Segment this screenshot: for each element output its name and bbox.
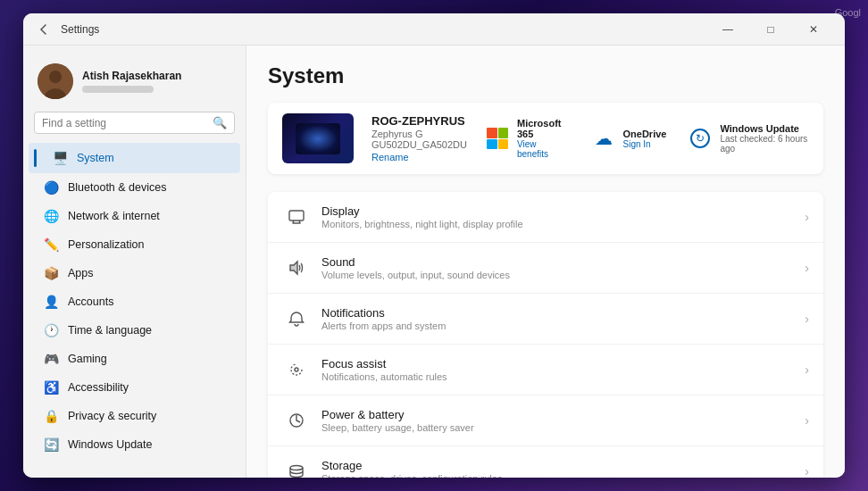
display-icon bbox=[282, 203, 311, 231]
sound-text: Sound Volume levels, output, input, soun… bbox=[321, 255, 805, 280]
titlebar: Settings — □ ✕ bbox=[23, 13, 845, 46]
personalization-label: Personalization bbox=[68, 238, 144, 251]
content-area: Atish Rajasekharan 🔍 🖥️ System🔵 Bluetoot… bbox=[23, 46, 845, 478]
winupdate-subtitle: Last checked: 6 hours ago bbox=[720, 134, 809, 154]
sidebar-item-accessibility[interactable]: ♿ Accessibility bbox=[29, 373, 240, 402]
settings-item-notifications[interactable]: Notifications Alerts from apps and syste… bbox=[268, 294, 823, 345]
apps-label: Apps bbox=[68, 267, 94, 279]
device-info: ROG-ZEPHYRUS Zephyrus G GU502DU_GA502DU … bbox=[371, 114, 467, 162]
bluetooth-label: Bluetooth & devices bbox=[68, 181, 167, 194]
power-battery-text: Power & battery Sleep, battery usage, ba… bbox=[321, 408, 805, 433]
privacy-label: Privacy & security bbox=[68, 410, 156, 422]
storage-title: Storage bbox=[321, 459, 805, 472]
sound-chevron: › bbox=[805, 261, 809, 275]
search-input[interactable] bbox=[42, 117, 207, 129]
sidebar-item-bluetooth[interactable]: 🔵 Bluetooth & devices bbox=[29, 173, 240, 202]
settings-item-storage[interactable]: Storage Storage space, drives, configura… bbox=[268, 446, 823, 478]
settings-item-focus-assist[interactable]: Focus assist Notifications, automatic ru… bbox=[268, 345, 823, 395]
settings-item-sound[interactable]: Sound Volume levels, output, input, soun… bbox=[268, 243, 823, 294]
sidebar-item-time[interactable]: 🕐 Time & language bbox=[29, 316, 240, 345]
accessibility-label: Accessibility bbox=[68, 381, 129, 394]
sidebar-item-apps[interactable]: 📦 Apps bbox=[29, 259, 240, 287]
bluetooth-icon: 🔵 bbox=[43, 179, 59, 196]
maximize-button[interactable]: □ bbox=[750, 15, 791, 44]
svg-point-1 bbox=[49, 71, 62, 83]
time-label: Time & language bbox=[68, 324, 152, 337]
user-subtitle bbox=[82, 86, 154, 93]
notifications-text: Notifications Alerts from apps and syste… bbox=[321, 306, 805, 331]
system-icon: 🖥️ bbox=[52, 150, 68, 166]
window-title: Settings bbox=[61, 23, 707, 36]
sidebar-item-system[interactable]: 🖥️ System bbox=[29, 143, 240, 173]
sound-description: Volume levels, output, input, sound devi… bbox=[321, 270, 805, 280]
page-title: System bbox=[268, 63, 823, 88]
windows-update-icon: ↻ bbox=[688, 126, 713, 151]
ms365-text: Microsoft 365 View benefits bbox=[517, 118, 570, 159]
settings-item-display[interactable]: Display Monitors, brightness, night ligh… bbox=[268, 192, 823, 243]
minimize-button[interactable]: — bbox=[707, 15, 748, 44]
settings-window: Settings — □ ✕ bbox=[23, 13, 845, 478]
accessibility-icon: ♿ bbox=[43, 379, 59, 395]
sound-icon bbox=[282, 254, 311, 282]
ms365-title: Microsoft 365 bbox=[517, 118, 570, 139]
apps-icon: 📦 bbox=[43, 265, 59, 281]
system-label: System bbox=[77, 152, 114, 164]
sidebar-item-network[interactable]: 🌐 Network & internet bbox=[29, 202, 240, 230]
accounts-icon: 👤 bbox=[43, 294, 59, 310]
power-battery-icon bbox=[282, 406, 311, 435]
onedrive-subtitle[interactable]: Sign In bbox=[623, 139, 667, 149]
accounts-label: Accounts bbox=[68, 295, 113, 308]
nav-menu: 🖥️ System🔵 Bluetooth & devices🌐 Network … bbox=[23, 143, 246, 459]
focus-assist-icon bbox=[282, 355, 311, 384]
storage-chevron: › bbox=[805, 464, 809, 478]
personalization-icon: ✏️ bbox=[43, 237, 59, 253]
device-image bbox=[282, 113, 354, 163]
sound-title: Sound bbox=[321, 255, 805, 269]
network-label: Network & internet bbox=[68, 210, 160, 222]
user-section: Atish Rajasekharan bbox=[23, 56, 246, 112]
sidebar-item-accounts[interactable]: 👤 Accounts bbox=[29, 287, 240, 316]
focus-assist-description: Notifications, automatic rules bbox=[321, 371, 805, 382]
winupdate-title: Windows Update bbox=[720, 123, 809, 134]
svg-point-8 bbox=[295, 368, 298, 371]
sidebar-item-personalization[interactable]: ✏️ Personalization bbox=[29, 230, 240, 259]
storage-icon bbox=[282, 457, 311, 478]
ms365-icon bbox=[485, 126, 510, 151]
rename-link[interactable]: Rename bbox=[371, 152, 467, 162]
sidebar-item-privacy[interactable]: 🔒 Privacy & security bbox=[29, 402, 240, 430]
device-thumbnail bbox=[296, 123, 340, 154]
storage-text: Storage Storage space, drives, configura… bbox=[321, 459, 805, 478]
sidebar-item-windows-update[interactable]: 🔄 Windows Update bbox=[29, 430, 240, 459]
main-content: System ROG-ZEPHYRUS Zephyrus G GU502DU_G… bbox=[246, 46, 845, 478]
back-button[interactable] bbox=[34, 20, 54, 39]
svg-marker-7 bbox=[290, 262, 297, 274]
privacy-icon: 🔒 bbox=[43, 408, 59, 424]
onedrive-icon: ☁ bbox=[591, 126, 616, 151]
time-icon: 🕐 bbox=[43, 322, 59, 338]
onedrive-service: ☁ OneDrive Sign In bbox=[591, 126, 667, 151]
avatar bbox=[38, 63, 73, 99]
storage-description: Storage space, drives, configuration rul… bbox=[321, 473, 805, 478]
windows-update-label: Windows Update bbox=[68, 438, 153, 451]
user-info: Atish Rajasekharan bbox=[82, 70, 231, 93]
search-box[interactable]: 🔍 bbox=[34, 112, 235, 134]
close-button[interactable]: ✕ bbox=[793, 15, 834, 44]
search-icon: 🔍 bbox=[213, 116, 227, 129]
notifications-chevron: › bbox=[805, 312, 809, 326]
display-chevron: › bbox=[805, 210, 809, 224]
window-controls: — □ ✕ bbox=[707, 15, 834, 44]
settings-item-power-battery[interactable]: Power & battery Sleep, battery usage, ba… bbox=[268, 395, 823, 446]
gaming-icon: 🎮 bbox=[43, 351, 59, 367]
power-battery-description: Sleep, battery usage, battery saver bbox=[321, 422, 805, 433]
display-description: Monitors, brightness, night light, displ… bbox=[321, 219, 805, 229]
gaming-label: Gaming bbox=[68, 353, 107, 365]
windows-update-icon: 🔄 bbox=[43, 437, 59, 453]
ms365-subtitle[interactable]: View benefits bbox=[517, 139, 570, 159]
notifications-description: Alerts from apps and system bbox=[321, 320, 805, 331]
winupdate-text: Windows Update Last checked: 6 hours ago bbox=[720, 123, 809, 154]
display-title: Display bbox=[321, 204, 805, 218]
device-model: Zephyrus G GU502DU_GA502DU bbox=[371, 129, 467, 150]
network-icon: 🌐 bbox=[43, 208, 59, 224]
focus-assist-chevron: › bbox=[805, 362, 809, 377]
sidebar-item-gaming[interactable]: 🎮 Gaming bbox=[29, 345, 240, 373]
